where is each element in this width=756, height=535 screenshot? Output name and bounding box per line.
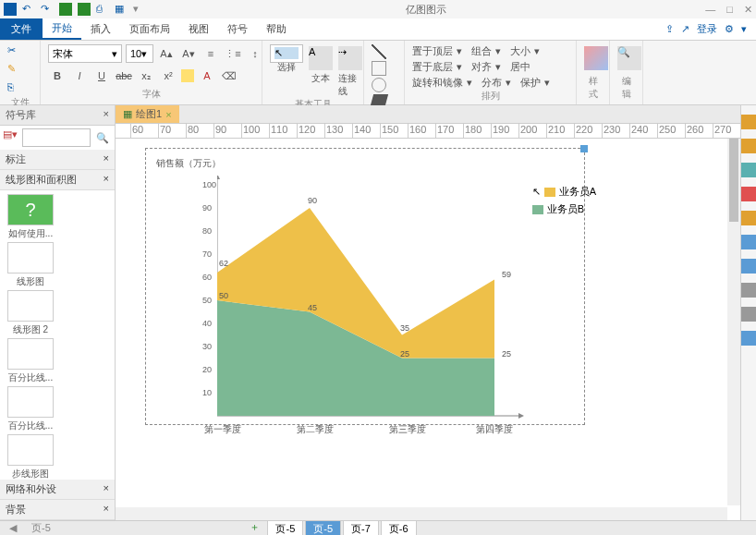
font-size-select[interactable]: 10▾: [126, 44, 153, 63]
underline-button[interactable]: U: [92, 67, 111, 85]
layers-icon[interactable]: [741, 187, 756, 201]
grow-font-icon[interactable]: A▴: [157, 44, 176, 63]
area-chart[interactable]: 销售额（万元） 62 50 90 45 35: [152, 157, 578, 444]
close-button[interactable]: ✕: [744, 4, 752, 16]
distribute-button[interactable]: 分布: [482, 76, 502, 90]
maximize-button[interactable]: □: [726, 4, 733, 16]
gallery-item[interactable]: 百分比线...: [4, 338, 57, 384]
brush-icon[interactable]: ✎: [7, 63, 22, 78]
italic-button[interactable]: I: [70, 67, 89, 85]
line-spacing-icon[interactable]: ↕: [246, 44, 264, 63]
help-icon[interactable]: [741, 331, 756, 346]
category-annotation[interactable]: 标注×: [0, 150, 115, 170]
resize-handle[interactable]: [580, 145, 588, 152]
font-name-select[interactable]: 宋体▾: [48, 44, 122, 63]
subscript-button[interactable]: x₂: [137, 67, 155, 85]
redo-icon[interactable]: ↷: [41, 3, 54, 16]
page-tabs: ＋ 页-5 页-5 页-7 页-6: [226, 520, 416, 536]
close-icon[interactable]: ×: [165, 109, 171, 120]
login-link[interactable]: 登录: [697, 22, 717, 36]
bring-top-button[interactable]: 置于顶层: [412, 44, 453, 58]
send-bottom-button[interactable]: 置于底层: [412, 60, 453, 74]
font-color-icon[interactable]: A: [198, 67, 216, 85]
share-icon[interactable]: ⇪: [665, 23, 674, 35]
select-tool[interactable]: ↖选择: [270, 44, 303, 63]
align-button[interactable]: 对齐: [471, 60, 492, 74]
tab-help[interactable]: 帮助: [257, 18, 296, 40]
text-tool[interactable]: A文本: [309, 44, 333, 85]
superscript-button[interactable]: x²: [159, 67, 177, 85]
pin-icon[interactable]: [741, 283, 756, 298]
tab-insert[interactable]: 插入: [81, 18, 120, 40]
page-tab[interactable]: 页-5: [305, 520, 341, 536]
page-tab[interactable]: 页-5: [267, 520, 303, 536]
bullets-icon[interactable]: ⋮≡: [224, 44, 242, 63]
tab-symbol[interactable]: 符号: [218, 18, 257, 40]
canvas: ▦绘图1× 6070809010011012013014015016017018…: [116, 105, 740, 520]
bold-button[interactable]: B: [48, 67, 67, 85]
grid-icon[interactable]: ▦: [115, 3, 128, 16]
panel-close-icon[interactable]: ×: [104, 108, 109, 122]
page-tab[interactable]: 页-7: [343, 520, 379, 536]
undo-icon[interactable]: ↶: [22, 3, 35, 16]
category-linearea[interactable]: 线形图和面积图×: [0, 170, 115, 190]
gallery-item[interactable]: 百分比线...: [4, 386, 57, 432]
window-controls: — □ ✕: [705, 4, 752, 16]
theme-icon[interactable]: [741, 163, 756, 177]
cloud-icon[interactable]: ↗: [681, 23, 689, 35]
chart-legend[interactable]: ↖业务员A 业务员B: [532, 185, 596, 220]
gallery-item[interactable]: 步线形图: [4, 434, 57, 480]
search-input[interactable]: [22, 128, 91, 147]
category-network[interactable]: 网络和外设×: [0, 480, 115, 500]
category-background[interactable]: 背景×: [0, 500, 115, 520]
tab-view[interactable]: 视图: [179, 18, 218, 40]
align-icon[interactable]: ≡: [201, 44, 220, 63]
export-icon[interactable]: [78, 3, 91, 16]
protect-button[interactable]: 保护: [520, 76, 541, 90]
chevron-down-icon[interactable]: ▾: [741, 23, 747, 35]
gallery-item[interactable]: 线形图 2: [4, 290, 57, 336]
gear-icon[interactable]: ⚙: [725, 23, 734, 35]
title-bar: ↶ ↷ ⎙ ▦ ▾ 亿图图示 — □ ✕: [0, 0, 756, 18]
print-icon[interactable]: ⎙: [96, 3, 109, 16]
edit-button[interactable]: 🔍: [617, 44, 641, 70]
right-toolbar: [740, 105, 756, 520]
document-tab[interactable]: ▦绘图1×: [116, 105, 179, 123]
chat-icon[interactable]: [741, 307, 756, 322]
pen-icon[interactable]: [741, 139, 756, 153]
format-icon[interactable]: [741, 115, 756, 129]
ruler-icon[interactable]: [741, 235, 756, 249]
library-menu-icon[interactable]: ▤▾: [3, 128, 19, 147]
shrink-font-icon[interactable]: A▾: [179, 44, 198, 63]
globe-icon[interactable]: [741, 259, 756, 274]
quick-access-toolbar: ↶ ↷ ⎙ ▦ ▾: [4, 3, 146, 16]
copy-icon[interactable]: ⎘: [7, 81, 22, 96]
qat-dropdown-icon[interactable]: ▾: [133, 3, 146, 16]
vertical-scrollbar[interactable]: [727, 139, 740, 505]
add-page-button[interactable]: ＋: [244, 520, 265, 536]
canvas-page[interactable]: 销售额（万元） 62 50 90 45 35: [116, 139, 740, 520]
search-icon[interactable]: 🔍: [93, 128, 112, 147]
minimize-button[interactable]: —: [705, 4, 715, 16]
tab-start[interactable]: 开始: [43, 18, 81, 40]
rotate-button[interactable]: 旋转和镜像: [412, 76, 463, 90]
tab-layout[interactable]: 页面布局: [120, 18, 179, 40]
connector-tool[interactable]: ⇢连接线: [338, 44, 362, 98]
size-button[interactable]: 大小: [510, 44, 530, 58]
center-button[interactable]: 居中: [510, 60, 530, 74]
page-tab[interactable]: 页-6: [381, 520, 417, 536]
page-overflow[interactable]: 页-5: [26, 521, 56, 535]
horizontal-scrollbar[interactable]: [116, 507, 727, 520]
file-tab[interactable]: 文件: [0, 18, 43, 40]
page-icon[interactable]: [741, 211, 756, 225]
highlight-icon[interactable]: [181, 69, 194, 82]
clear-icon[interactable]: ⌫: [220, 67, 238, 85]
save-icon[interactable]: [59, 3, 72, 16]
strike-button[interactable]: abc: [115, 67, 133, 85]
gallery-item[interactable]: ?如何使用...: [4, 194, 57, 240]
gallery-item[interactable]: 线形图: [4, 242, 57, 288]
group-button[interactable]: 组合: [471, 44, 492, 58]
paste-icon[interactable]: ✂: [7, 44, 22, 59]
style-button[interactable]: [584, 44, 608, 70]
shape-gallery[interactable]: [372, 44, 396, 109]
